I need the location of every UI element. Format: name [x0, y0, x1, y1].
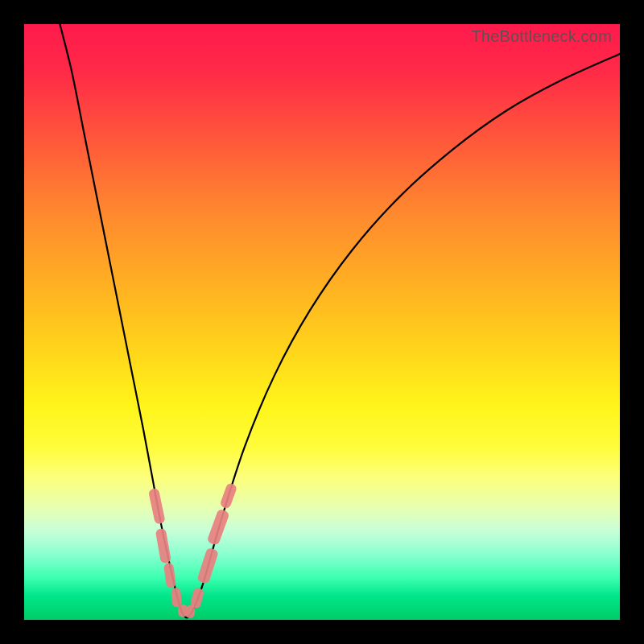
- bottleneck-curve: [60, 24, 620, 617]
- chart-frame: TheBottleneck.com: [0, 0, 644, 644]
- curve-layer: [24, 24, 620, 620]
- plot-area: TheBottleneck.com: [24, 24, 620, 620]
